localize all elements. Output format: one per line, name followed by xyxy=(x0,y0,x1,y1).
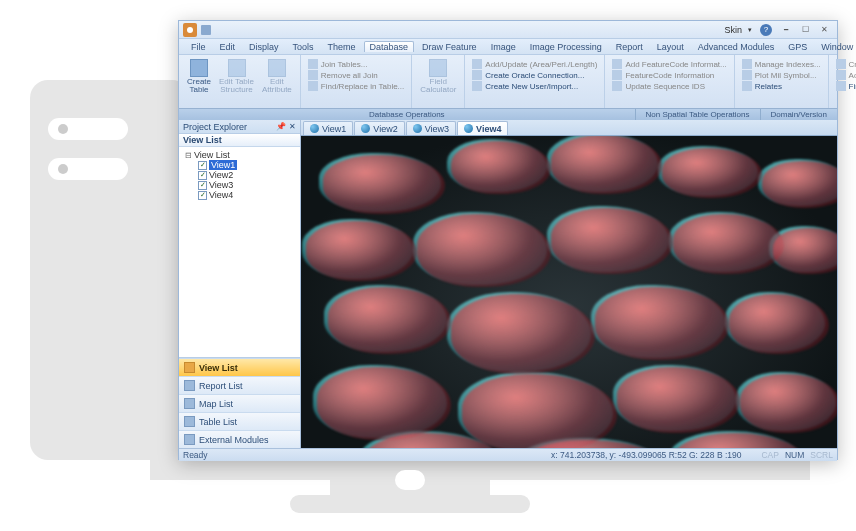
ribbon-cmd[interactable]: Manage Indexes... xyxy=(742,59,821,69)
close-panel-icon[interactable]: ✕ xyxy=(289,122,296,131)
category-map-list[interactable]: Map List xyxy=(179,394,300,412)
tree-item-label: View3 xyxy=(209,180,233,190)
edit-table-button[interactable]: Edit Table Structure xyxy=(215,57,258,96)
category-list: View ListReport ListMap ListTable ListEx… xyxy=(179,357,300,448)
view-tab-view1[interactable]: View1 xyxy=(303,121,353,135)
menu-gps[interactable]: GPS xyxy=(782,41,813,53)
globe-icon xyxy=(361,124,370,133)
tree-checkbox[interactable]: ✓ xyxy=(198,191,207,200)
tree-item[interactable]: ✓View3 xyxy=(196,180,297,190)
qat-icon[interactable] xyxy=(201,25,211,35)
category-icon xyxy=(184,434,195,445)
tree-item[interactable]: ✓View2 xyxy=(196,170,297,180)
menu-report[interactable]: Report xyxy=(610,41,649,53)
skin-label[interactable]: Skin xyxy=(724,25,742,35)
ribbon-cmd[interactable]: Add FeatureCode Informat... xyxy=(612,59,726,69)
menu-theme[interactable]: Theme xyxy=(322,41,362,53)
view-canvas[interactable] xyxy=(301,136,837,448)
menu-display[interactable]: Display xyxy=(243,41,285,53)
ribbon-cmd[interactable]: Join Tables... xyxy=(308,59,404,69)
edit-attribute-button[interactable]: Edit Attribute xyxy=(258,57,296,96)
close-button[interactable] xyxy=(815,24,833,36)
category-report-list[interactable]: Report List xyxy=(179,376,300,394)
ribbon-cmd[interactable]: Create Oracle Connection... xyxy=(472,70,597,80)
menu-image-processing[interactable]: Image Processing xyxy=(524,41,608,53)
menu-database[interactable]: Database xyxy=(364,41,415,52)
tree-checkbox[interactable]: ✓ xyxy=(198,181,207,190)
monitor-hole xyxy=(395,470,425,490)
ribbon-cmd[interactable]: Add/Update Object height/width xyxy=(836,70,856,80)
maximize-button[interactable] xyxy=(796,24,814,36)
tree-root-label: View List xyxy=(194,150,230,160)
ribbon-footer: Database Operations Non Spatial Table Op… xyxy=(179,109,837,120)
collapse-icon[interactable]: ⊟ xyxy=(184,151,192,160)
view-tabs: View1View2View3View4 xyxy=(301,120,837,136)
ribbon-cmd[interactable]: Update Sequence IDS xyxy=(612,81,726,91)
app-icon[interactable] xyxy=(183,23,197,37)
view-tab-view3[interactable]: View3 xyxy=(406,121,456,135)
status-coordinates: x: 741.203738, y: -493.099065 R:52 G: 22… xyxy=(551,450,741,460)
menu-window[interactable]: Window xyxy=(815,41,856,53)
menu-edit[interactable]: Edit xyxy=(214,41,242,53)
ribbon-group-db1: Add/Update (Area/Peri./Length)Create Ora… xyxy=(465,55,605,108)
menu-advanced-modules[interactable]: Advanced Modules xyxy=(692,41,781,53)
status-num: NUM xyxy=(785,450,804,460)
ribbon-group-tables: Create Table Edit Table Structure Edit A… xyxy=(179,55,301,108)
menu-image[interactable]: Image xyxy=(485,41,522,53)
category-icon xyxy=(184,362,195,373)
calculator-icon xyxy=(429,59,447,77)
ribbon-cmd[interactable]: Add/Update (Area/Peri./Length) xyxy=(472,59,597,69)
ribbon-cmd[interactable]: Remove all Join xyxy=(308,70,404,80)
cmd-icon xyxy=(308,70,318,80)
view-tab-view4[interactable]: View4 xyxy=(457,121,508,135)
globe-icon xyxy=(413,124,422,133)
create-table-label: Create Table xyxy=(187,78,211,94)
menu-draw-feature[interactable]: Draw Feature xyxy=(416,41,483,53)
category-icon xyxy=(184,398,195,409)
ribbon-cmd[interactable]: FeatureCode Information xyxy=(612,70,726,80)
tree-checkbox[interactable]: ✓ xyxy=(198,171,207,180)
ribbon-cmd[interactable]: Relates xyxy=(742,81,821,91)
tree-item[interactable]: ✓View1 xyxy=(196,160,297,170)
ribbon-cmd[interactable]: Create New User/Import... xyxy=(472,81,597,91)
ribbon-cmd[interactable]: Find Nearest Points... xyxy=(836,81,856,91)
quick-access-toolbar xyxy=(201,25,211,35)
menu-layout[interactable]: Layout xyxy=(651,41,690,53)
field-calculator-button[interactable]: Field Calculator xyxy=(416,57,460,96)
globe-icon xyxy=(310,124,319,133)
ribbon-cmd[interactable]: Find/Replace in Table... xyxy=(308,81,404,91)
create-table-button[interactable]: Create Table xyxy=(183,57,215,96)
app-window: Skin ▾ ? FileEditDisplayToolsThemeDataba… xyxy=(178,20,838,460)
status-ready: Ready xyxy=(183,450,208,460)
ribbon-group-calc: Field Calculator xyxy=(412,55,465,108)
ribbon-group-db3: Manage Indexes...Plot Mil Symbol...Relat… xyxy=(735,55,829,108)
menu-file[interactable]: File xyxy=(185,41,212,53)
table-edit-icon xyxy=(228,59,246,77)
cmd-icon xyxy=(612,59,622,69)
pin-icon[interactable]: 📌 xyxy=(276,122,286,131)
ribbon-group-db2: Add FeatureCode Informat...FeatureCode I… xyxy=(605,55,734,108)
view-tab-label: View1 xyxy=(322,124,346,134)
category-view-list[interactable]: View List xyxy=(179,358,300,376)
category-label: Table List xyxy=(199,417,237,427)
project-explorer-titlebar: Project Explorer 📌 ✕ xyxy=(179,120,300,134)
cmd-icon xyxy=(836,59,846,69)
ribbon-cmd[interactable]: Create Point X,Y Columns xyxy=(836,59,856,69)
view-tab-view2[interactable]: View2 xyxy=(354,121,404,135)
tree-checkbox[interactable]: ✓ xyxy=(198,161,207,170)
tree-root[interactable]: ⊟ View List xyxy=(182,150,297,160)
monitor-stand xyxy=(290,495,530,513)
skin-dropdown-icon[interactable]: ▾ xyxy=(748,26,752,34)
field-calculator-label: Field Calculator xyxy=(420,78,456,94)
cmd-icon xyxy=(612,81,622,91)
minimize-button[interactable] xyxy=(777,24,795,36)
attribute-icon xyxy=(268,59,286,77)
cmd-icon xyxy=(836,81,846,91)
help-icon[interactable]: ? xyxy=(760,24,772,36)
category-external-modules[interactable]: External Modules xyxy=(179,430,300,448)
tree-item[interactable]: ✓View4 xyxy=(196,190,297,200)
category-table-list[interactable]: Table List xyxy=(179,412,300,430)
menu-tools[interactable]: Tools xyxy=(287,41,320,53)
category-label: Report List xyxy=(199,381,243,391)
ribbon-cmd[interactable]: Plot Mil Symbol... xyxy=(742,70,821,80)
